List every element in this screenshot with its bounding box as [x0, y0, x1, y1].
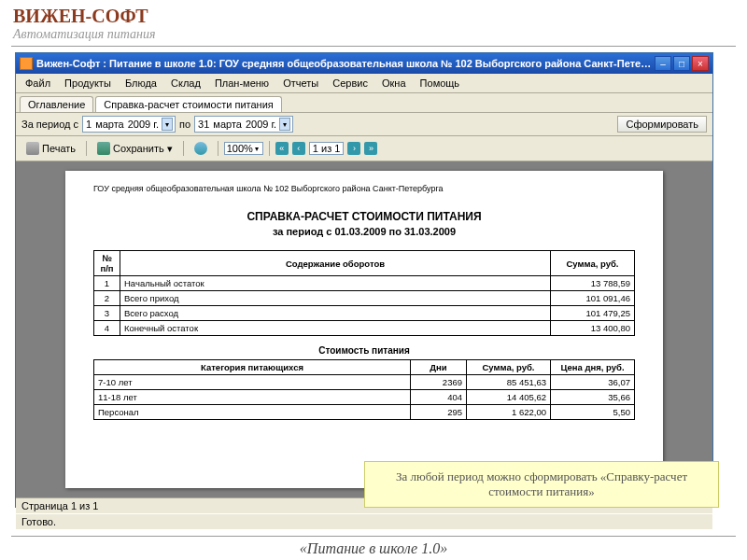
save-button[interactable]: Сохранить ▾	[92, 139, 177, 158]
date-to-day: 31	[197, 119, 210, 130]
date-to-year: 2009 г.	[245, 119, 277, 130]
divider-top	[11, 46, 736, 47]
menu-warehouse[interactable]: Склад	[165, 76, 206, 91]
cost-table-title: Стоимость питания	[93, 345, 635, 356]
nav-last-button[interactable]: »	[364, 142, 377, 155]
table-row: Персонал2951 622,005,50	[94, 405, 635, 420]
chevron-down-icon: ▾	[253, 145, 261, 153]
date-to[interactable]: 31 марта 2009 г. ▾	[194, 116, 293, 133]
table-row: 11-18 лет40414 405,6235,66	[94, 390, 635, 405]
print-label: Печать	[42, 143, 76, 154]
table-row: 1Начальный остаток13 788,59	[94, 276, 635, 291]
menu-planmenu[interactable]: План-меню	[209, 76, 275, 91]
close-button[interactable]: ×	[692, 56, 709, 71]
menubar: Файл Продукты Блюда Склад План-меню Отче…	[16, 74, 712, 93]
save-dropdown-icon: ▾	[167, 143, 173, 155]
th-days: Дни	[411, 360, 467, 375]
date-from-dropdown-icon[interactable]: ▾	[162, 118, 173, 131]
app-window: Вижен-Софт : Питание в школе 1.0: ГОУ ср…	[15, 52, 713, 508]
maximize-button[interactable]: □	[673, 56, 690, 71]
menu-products[interactable]: Продукты	[59, 76, 117, 91]
slide-product-title: «Питание в школе 1.0»	[0, 540, 747, 557]
date-from[interactable]: 1 марта 2009 г. ▾	[82, 116, 176, 133]
date-from-day: 1	[85, 119, 92, 130]
menu-reports[interactable]: Отчеты	[277, 76, 324, 91]
divider-bottom	[11, 536, 736, 537]
save-label: Сохранить	[113, 143, 164, 154]
tabbar: Оглавление Справка-расчет стоимости пита…	[16, 93, 712, 113]
status-ready: Готово.	[21, 516, 56, 527]
window-title: Вижен-Софт : Питание в школе 1.0: ГОУ ср…	[36, 58, 655, 69]
menu-service[interactable]: Сервис	[327, 76, 374, 91]
filter-label: За период с	[21, 119, 78, 130]
zoom-dropdown[interactable]: 100% ▾	[224, 142, 263, 155]
menu-window[interactable]: Окна	[376, 76, 412, 91]
tab-report[interactable]: Справка-расчет стоимости питания	[95, 96, 281, 112]
zoom-value: 100%	[227, 143, 253, 154]
nav-first-button[interactable]: «	[275, 142, 289, 155]
report-title: СПРАВКА-РАСЧЕТ СТОИМОСТИ ПИТАНИЯ	[93, 210, 635, 223]
document-viewport[interactable]: ГОУ средняя общеобразовательная школа № …	[16, 161, 712, 497]
nav-prev-button[interactable]: ‹	[292, 142, 305, 155]
th-sum: Сумма, руб.	[551, 251, 635, 276]
separator	[86, 141, 87, 156]
separator	[183, 141, 184, 156]
filter-bar: За период с 1 марта 2009 г. ▾ по 31 март…	[16, 113, 712, 136]
slide-callout: За любой период можно сформировать «Спра…	[364, 461, 719, 508]
report-toolbar: Печать Сохранить ▾ 100% ▾ « ‹ 1 из 1 › »	[16, 136, 712, 161]
table-row: 7-10 лет236985 451,6336,07	[94, 375, 635, 390]
table-row: 4Конечный остаток13 400,80	[94, 321, 635, 336]
save-icon	[97, 142, 110, 155]
report-subtitle: за период с 01.03.2009 по 31.03.2009	[93, 226, 635, 237]
report-page: ГОУ средняя общеобразовательная школа № …	[65, 171, 663, 488]
status-page: Страница 1 из 1	[21, 500, 98, 511]
table-row: 3Всего расход101 479,25	[94, 306, 635, 321]
th-num: № п/п	[94, 251, 120, 276]
nav-next-button[interactable]: ›	[347, 142, 360, 155]
titlebar: Вижен-Софт : Питание в школе 1.0: ГОУ ср…	[16, 53, 712, 74]
cost-table: Категория питающихся Дни Сумма, руб. Цен…	[93, 359, 635, 420]
th-sum: Сумма, руб.	[467, 360, 551, 375]
page-indicator: 1 из 1	[309, 142, 345, 155]
refresh-button[interactable]	[190, 139, 212, 158]
brand-tagline: Автоматизация питания	[13, 27, 734, 42]
menu-help[interactable]: Помощь	[415, 76, 466, 91]
school-name: ГОУ средняя общеобразовательная школа № …	[93, 184, 635, 193]
brand-title: ВИЖЕН-СОФТ	[13, 6, 734, 27]
refresh-icon	[194, 142, 207, 155]
separator	[269, 141, 270, 156]
generate-button[interactable]: Сформировать	[617, 116, 707, 133]
separator	[218, 141, 218, 156]
menu-file[interactable]: Файл	[20, 76, 56, 91]
app-icon	[20, 57, 33, 70]
filter-to-label: по	[179, 119, 190, 130]
status-bar-ready: Готово.	[16, 513, 712, 529]
print-button[interactable]: Печать	[21, 139, 80, 158]
th-category: Категория питающихся	[94, 360, 411, 375]
print-icon	[26, 142, 39, 155]
table-row: 2Всего приход101 091,46	[94, 291, 635, 306]
date-to-month: марта	[212, 119, 243, 130]
date-to-dropdown-icon[interactable]: ▾	[279, 118, 290, 131]
turnover-table: № п/п Содержание оборотов Сумма, руб. 1Н…	[93, 250, 635, 336]
tab-toc[interactable]: Оглавление	[20, 96, 93, 112]
th-price: Цена дня, руб.	[551, 360, 635, 375]
menu-dishes[interactable]: Блюда	[120, 76, 162, 91]
th-desc: Содержание оборотов	[120, 251, 551, 276]
minimize-button[interactable]: –	[655, 56, 671, 71]
date-from-month: марта	[94, 119, 125, 130]
date-from-year: 2009 г.	[127, 119, 160, 130]
